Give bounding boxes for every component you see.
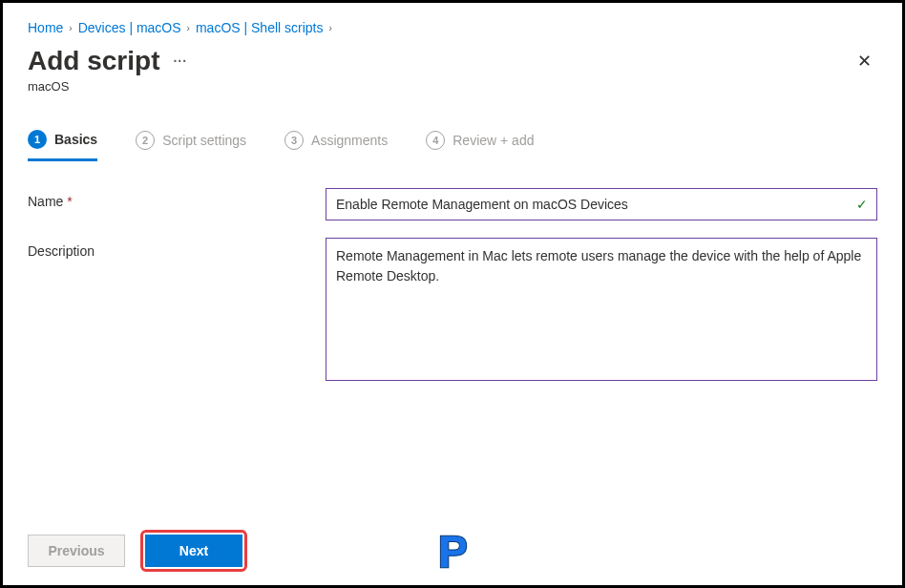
- name-label: Name *: [28, 188, 326, 209]
- tab-label: Assignments: [311, 133, 388, 148]
- description-field[interactable]: Remote Management in Mac lets remote use…: [326, 238, 877, 381]
- name-field[interactable]: [326, 188, 877, 220]
- tab-label: Review + add: [452, 133, 534, 148]
- next-button[interactable]: Next: [145, 535, 242, 567]
- watermark-logo: [432, 532, 473, 572]
- more-icon[interactable]: ···: [173, 53, 187, 69]
- close-icon[interactable]: ✕: [852, 45, 877, 77]
- breadcrumb-macos-shell-scripts[interactable]: macOS | Shell scripts: [196, 20, 324, 35]
- page-title: Add script ···: [28, 46, 187, 76]
- checkmark-icon: ✓: [856, 197, 868, 212]
- breadcrumb-devices-macos[interactable]: Devices | macOS: [78, 20, 181, 35]
- page-subtitle: macOS: [28, 79, 877, 94]
- tab-label: Script settings: [162, 133, 246, 148]
- wizard-tabs: 1 Basics 2 Script settings 3 Assignments…: [28, 130, 877, 161]
- tab-number: 2: [136, 131, 155, 150]
- tab-review-add[interactable]: 4 Review + add: [426, 131, 534, 159]
- description-label: Description: [28, 238, 326, 259]
- tab-label: Basics: [54, 132, 97, 147]
- tab-assignments[interactable]: 3 Assignments: [284, 131, 388, 159]
- breadcrumb: Home › Devices | macOS › macOS | Shell s…: [28, 20, 877, 35]
- tab-basics[interactable]: 1 Basics: [28, 130, 97, 161]
- chevron-right-icon: ›: [69, 23, 72, 33]
- previous-button[interactable]: Previous: [28, 535, 125, 567]
- highlight-box: Next: [140, 530, 247, 572]
- chevron-right-icon: ›: [329, 23, 332, 33]
- tab-number: 1: [28, 130, 47, 149]
- chevron-right-icon: ›: [187, 23, 190, 33]
- tab-number: 4: [426, 131, 445, 150]
- breadcrumb-home[interactable]: Home: [28, 20, 63, 35]
- tab-number: 3: [284, 131, 304, 150]
- tab-script-settings[interactable]: 2 Script settings: [136, 131, 246, 159]
